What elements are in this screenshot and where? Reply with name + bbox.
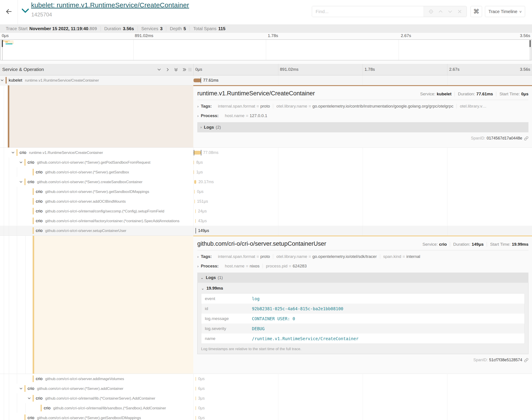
summary-item-label: Trace Start [6,26,28,31]
expander-icon[interactable] [19,161,23,165]
summary-item: Trace StartNovember 15 2022, 11:19:40.80… [2,26,101,31]
expand-one-icon[interactable] [165,67,170,72]
trace-view-selector[interactable]: Trace Timeline ∨ [485,6,525,17]
span-row[interactable]: criogithub.com/cri-o/cri-o/server.(*Serv… [0,384,532,393]
expander-icon[interactable] [11,151,15,155]
expand-all-icon[interactable] [182,67,187,72]
span-row[interactable]: criogithub.com/cri-o/cri-o/server.(*Serv… [0,413,532,420]
span-detail-card: github.com/cri-o/cri-o/server.setupConta… [193,236,532,374]
span-duration-bar[interactable] [194,170,194,174]
prev-match-icon[interactable] [438,9,443,14]
service-name: crio [36,189,43,194]
tags-row[interactable]: › Tags: internal.span.format=protootel.l… [197,104,529,109]
span-timeline-cell: 77.08ms [193,148,532,157]
expander-icon[interactable] [19,180,23,184]
logs-accordion-collapsed[interactable]: › Logs (2) [197,122,529,132]
detail-meta-value: kubelet [437,91,452,96]
trace-minimap: 0μs891.02ms1.78s2.67s3.56s [0,33,532,64]
tag-key: otel.library.name [276,254,307,259]
span-timeline-cell: 0μs [193,403,532,413]
indent-guide [9,216,9,226]
expander-icon[interactable] [19,387,23,391]
span-detail-title: runtime.v1.RuntimeService/CreateContaine… [197,90,315,97]
span-row[interactable]: crioruntime.v1.RuntimeService/CreateCont… [0,148,532,157]
detail-meta-value: 0μs [521,91,529,96]
operation-name: github.com/cri-o/cri-o/internal/factory/… [45,219,180,223]
span-row[interactable]: criogithub.com/cri-o/cri-o/server.(*Serv… [0,187,532,196]
find-box [312,6,467,17]
span-duration-bar[interactable] [196,416,196,420]
duration-label: 8μs [196,157,203,167]
span-duration-bar[interactable] [196,377,196,381]
service-color-bar [24,385,26,392]
span-row[interactable]: criogithub.com/cri-o/cri-o/server.(*Serv… [0,167,532,177]
expander-icon[interactable] [27,396,31,401]
minimap-canvas[interactable] [0,40,532,60]
detail-meta-label: Start Time: [499,91,520,96]
expander-icon[interactable] [0,78,4,82]
tags-row[interactable]: › Tags: internal.span.format=protootel.l… [197,254,529,260]
span-name: criogithub.com/cri-o/cri-o/server.(*Serv… [36,167,129,177]
span-name-column: kubeletruntime.v1.RuntimeService/CreateC… [0,75,193,85]
collapse-all-icon[interactable] [173,67,178,72]
duration-label: 0μs [198,413,205,420]
deep-link-icon[interactable] [524,136,529,141]
span-row[interactable]: criogithub.com/cri-o/cri-o/server.addOCI… [0,196,532,206]
span-duration-bar[interactable] [194,78,201,82]
span-row[interactable]: criogithub.com/cri-o/cri-o/internal/lib.… [0,393,532,403]
back-button[interactable] [0,0,18,24]
viewport-right-scrubber[interactable] [530,40,531,47]
span-duration-bar[interactable] [194,161,194,164]
tag-key: internal.span.format [218,254,255,259]
span-name-column: criogithub.com/cri-o/cri-o/server.(*Serv… [0,177,193,187]
span-duration-bar[interactable] [194,200,195,203]
span-duration-bar[interactable] [195,219,196,223]
span-duration-bar[interactable] [196,387,196,390]
minimap-span-bar [6,44,13,45]
service-color-bar [33,188,34,195]
trace-summary-bar: Trace StartNovember 15 2022, 11:19:40.80… [0,24,532,33]
process-row[interactable]: › Process: host.name=127.0.0.1 [197,113,529,119]
span-row[interactable]: criogithub.com/cri-o/cri-o/server.addIma… [0,374,532,384]
service-color-bar [33,198,34,205]
tick-label: 0μs [2,33,9,38]
log-entry-toggle[interactable]: ⌄ 19.99ms [201,286,525,291]
span-name: criogithub.com/cri-o/cri-o/server.(*Serv… [28,177,142,187]
span-detail-card: runtime.v1.RuntimeService/CreateContaine… [193,85,532,148]
deep-link-icon[interactable] [524,358,529,362]
span-row[interactable]: criogithub.com/cri-o/cri-o/internal/conf… [0,206,532,216]
span-row[interactable]: criogithub.com/cri-o/cri-o/internal/lib/… [0,403,532,413]
process-label: Process: [201,264,219,269]
locate-icon[interactable] [428,9,434,14]
viewport-left-scrubber[interactable] [2,40,3,47]
span-row[interactable]: criogithub.com/cri-o/cri-o/server.(*Serv… [0,157,532,167]
column-resizer-grip[interactable] [189,68,191,71]
summary-item-label: Services [141,26,158,31]
span-duration-bar[interactable] [194,151,201,155]
log-field-value: CONTAINER USER: 0 [252,316,295,321]
span-name-column: criogithub.com/cri-o/cri-o/server.addOCI… [0,196,193,206]
span-row[interactable]: criogithub.com/cri-o/cri-o/server.(*Serv… [0,177,532,187]
collapse-one-icon[interactable] [157,67,162,72]
trace-title-link[interactable]: kubelet: runtime.v1.RuntimeService/Creat… [31,1,189,9]
span-duration-bar[interactable] [195,209,196,213]
next-match-icon[interactable] [447,9,453,14]
clear-search-icon[interactable] [457,9,462,14]
process-row[interactable]: › Process: host.name=nixosprocess.pid=62… [197,264,529,270]
logs-accordion-expanded[interactable]: ⌄ Logs (1) [197,272,529,283]
chevron-right-icon: › [200,125,202,130]
find-input[interactable] [312,6,424,17]
keyboard-shortcuts-button[interactable]: ⌘ [470,6,482,17]
tag-equals: = [401,254,406,259]
span-duration-bar[interactable] [194,190,195,194]
span-row[interactable]: kubeletruntime.v1.RuntimeService/CreateC… [0,75,532,85]
span-duration-bar[interactable] [196,406,196,410]
tick-label: 1.78s [268,33,278,38]
span-row[interactable]: criogithub.com/cri-o/cri-o/server.setupC… [0,226,532,236]
log-field-key: id [201,306,252,311]
span-row[interactable]: criogithub.com/cri-o/cri-o/internal/fact… [0,216,532,226]
header-collapse-toggle[interactable] [21,8,29,14]
span-name-column: criogithub.com/cri-o/cri-o/server.setupC… [0,226,193,236]
span-duration-bar[interactable] [196,396,196,400]
span-duration-bar[interactable] [194,180,196,184]
